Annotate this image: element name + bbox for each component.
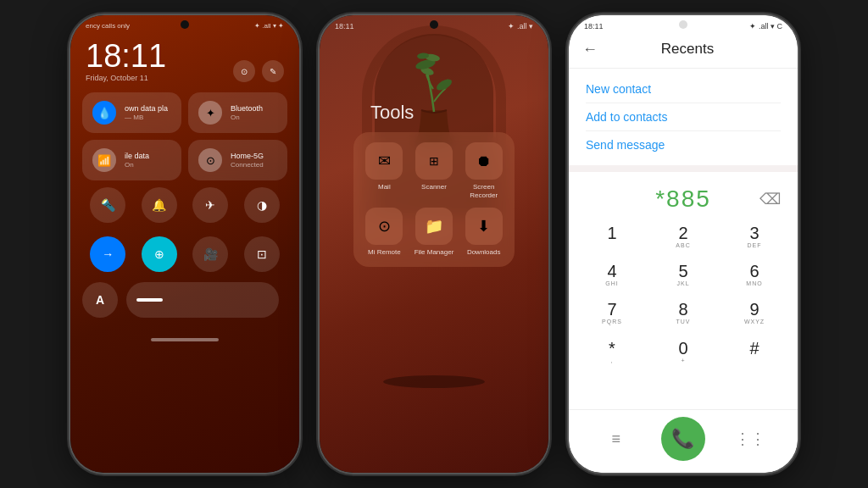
cc-tile-data[interactable]: 💧 own data pla — MB	[82, 92, 181, 133]
dial-key-0[interactable]: 0 +	[648, 335, 718, 371]
cc-tiles-grid: 💧 own data pla — MB ✦ Bluetooth On 📶 ile…	[70, 92, 299, 180]
dial-grid-btn[interactable]: ⋮⋮	[735, 424, 765, 454]
cc-date: Friday, October 11	[86, 74, 166, 82]
cc-tile-bt-label: Bluetooth	[231, 104, 277, 113]
dial-key-star[interactable]: * ,	[577, 335, 647, 371]
cc-tile-wifi-text: Home-5G Connected	[231, 152, 277, 169]
dial-key-7[interactable]: 7 PQRS	[577, 296, 647, 332]
phone-3-frame: 18:11 ✦ .all ▾ C ← Recents New contact A…	[569, 15, 798, 473]
cc-brightness-bar[interactable]	[126, 282, 279, 318]
add-to-contacts-action[interactable]: Add to contacts	[586, 103, 781, 131]
cc-camera-btn[interactable]: 🎥	[192, 236, 228, 272]
dial-number: *885	[586, 186, 781, 213]
divider-1	[569, 165, 798, 172]
status-time-2: 18:11	[335, 22, 354, 30]
cc-tile-bluetooth[interactable]: ✦ Bluetooth On	[188, 92, 287, 133]
status-icons-3: ✦ .all ▾ C	[749, 22, 782, 30]
status-icons-1: ✦ .all ▾ ✦	[254, 22, 284, 30]
dialpad-bottom-bar: ≡ 📞 ⋮⋮	[569, 409, 798, 473]
cc-nfc-btn[interactable]: ⊕	[142, 236, 177, 272]
tool-mail-label: Mail	[378, 183, 391, 191]
tools-grid: ✉ Mail ⊞ Scanner ⏺ Screen Recorder	[364, 142, 504, 257]
tool-scanner-icon: ⊞	[415, 142, 453, 180]
phone-2-screen: 18:11 ✦ .all ▾	[320, 15, 548, 473]
tool-mail-icon: ✉	[365, 142, 403, 180]
tool-mail[interactable]: ✉ Mail	[364, 142, 405, 199]
cc-tile-mobile[interactable]: 📶 ile data On	[82, 140, 181, 180]
cc-flashlight-btn[interactable]: 🔦	[90, 187, 125, 223]
dial-key-4[interactable]: 4 GHI	[577, 258, 647, 294]
dial-key-star-num: *	[609, 340, 615, 357]
cc-tile-mobile-label: ile data	[125, 152, 171, 160]
dial-key-6-num: 6	[749, 263, 759, 280]
tools-grid-container: ✉ Mail ⊞ Scanner ⏺ Screen Recorder	[353, 132, 515, 267]
dial-key-6[interactable]: 6 MNO	[720, 258, 789, 294]
dial-menu-btn[interactable]: ≡	[601, 424, 632, 454]
cc-tile-data-sub: — MB	[125, 114, 171, 121]
tool-downloads-label: Downloads	[467, 248, 501, 257]
backspace-button[interactable]: ⌫	[760, 190, 781, 208]
cc-settings-icon[interactable]: ⊙	[233, 60, 255, 82]
new-contact-action[interactable]: New contact	[586, 75, 781, 103]
dial-key-star-letters: ,	[611, 358, 614, 366]
tools-folder-label: Tools	[370, 102, 531, 124]
cc-home-bar	[70, 321, 299, 350]
dial-key-1-num: 1	[607, 225, 616, 241]
cc-a-btn[interactable]: A	[82, 282, 118, 318]
dial-key-8[interactable]: 8 TUV	[648, 296, 718, 332]
dial-key-5[interactable]: 5 JKL	[648, 258, 718, 294]
tool-screen-recorder-label: Screen Recorder	[463, 183, 504, 199]
status-carrier-1: ency calls only	[86, 22, 130, 30]
status-icons-text-1: ✦ .all ▾ ✦	[254, 22, 284, 30]
dial-key-8-num: 8	[678, 301, 687, 318]
send-message-action[interactable]: Send message	[586, 131, 781, 158]
cc-airplane-btn[interactable]: ✈	[192, 187, 228, 223]
tool-downloads[interactable]: ⬇ Downloads	[463, 208, 504, 257]
dial-key-2-num: 2	[678, 225, 687, 241]
tool-mi-remote[interactable]: ⊙ Mi Remote	[364, 208, 405, 257]
status-icons-2: ✦ .all ▾	[508, 22, 533, 30]
phone-1-frame: ency calls only ✦ .all ▾ ✦ 18:11 Friday,…	[70, 15, 299, 473]
phone-1-screen: ency calls only ✦ .all ▾ ✦ 18:11 Friday,…	[70, 15, 299, 473]
cc-tile-mobile-sub: On	[125, 161, 171, 169]
recents-header: ← Recents	[569, 34, 798, 69]
dialpad-grid: 1 2 ABC 3 DEF 4 GHI 5 JKL	[569, 219, 798, 409]
cc-screen-btn[interactable]: ⊡	[244, 236, 280, 272]
tool-mi-remote-icon: ⊙	[365, 208, 403, 245]
tool-file-manager[interactable]: 📁 File Manager	[414, 208, 455, 257]
cc-bell-btn[interactable]: 🔔	[142, 187, 177, 223]
phone-2-frame: 18:11 ✦ .all ▾	[320, 15, 548, 473]
tool-mi-remote-label: Mi Remote	[368, 248, 401, 257]
tool-file-manager-label: File Manager	[415, 248, 454, 257]
dial-key-3[interactable]: 3 DEF	[720, 219, 789, 256]
cc-focus-btn[interactable]: ◑	[244, 187, 280, 223]
tool-screen-recorder[interactable]: ⏺ Screen Recorder	[463, 142, 504, 199]
tool-scanner-label: Scanner	[421, 183, 447, 191]
cc-tile-bt-sub: On	[231, 114, 277, 121]
punch-hole-3	[679, 20, 687, 29]
back-button[interactable]: ←	[582, 42, 598, 57]
cc-location-btn[interactable]: →	[90, 236, 125, 272]
cc-tile-wifi[interactable]: ⊙ Home-5G Connected	[188, 140, 287, 180]
dialpad-area: *885 ⌫ 1 2 ABC 3 DEF 4 GHI	[569, 172, 798, 473]
dial-key-0-letters: +	[681, 358, 685, 366]
dial-key-1[interactable]: 1	[577, 219, 647, 256]
cc-tile-wifi-icon: ⊙	[198, 148, 222, 172]
tool-downloads-icon: ⬇	[465, 208, 503, 245]
cc-tile-bt-text: Bluetooth On	[231, 104, 277, 121]
dial-key-2[interactable]: 2 ABC	[648, 219, 718, 256]
dial-display: *885 ⌫	[569, 172, 798, 219]
cc-tile-data-label: own data pla	[125, 104, 171, 113]
dial-key-hash[interactable]: #	[720, 335, 789, 371]
tool-scanner[interactable]: ⊞ Scanner	[414, 142, 455, 199]
cc-header-icons: ⊙ ✎	[233, 60, 284, 82]
cc-edit-icon[interactable]: ✎	[262, 60, 284, 82]
dial-key-5-num: 5	[678, 263, 687, 280]
dial-key-3-num: 3	[749, 225, 759, 241]
dial-call-button[interactable]: 📞	[661, 417, 705, 461]
dial-key-8-letters: TUV	[676, 319, 691, 327]
dial-key-5-letters: JKL	[676, 280, 689, 289]
dial-key-9[interactable]: 9 WXYZ	[720, 296, 789, 332]
cc-tile-wifi-sub: Connected	[231, 161, 277, 169]
dial-key-2-letters: ABC	[676, 242, 690, 251]
